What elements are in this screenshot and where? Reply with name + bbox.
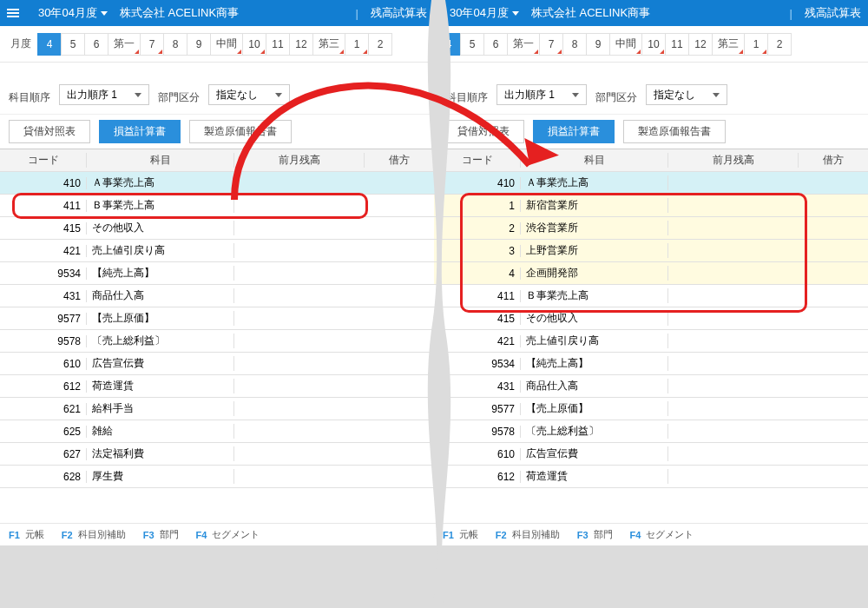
month-tab-8[interactable]: 8 <box>562 33 587 56</box>
table-row[interactable]: 2渋谷営業所 <box>434 217 868 240</box>
cell-code: 612 <box>0 380 87 393</box>
table-row[interactable]: 9534【純売上高】 <box>0 262 434 285</box>
col-code: コード <box>0 153 87 168</box>
month-tab-4[interactable]: 4 <box>37 33 62 56</box>
fkey-f3[interactable]: F3部門 <box>569 528 621 541</box>
month-tab-中間[interactable]: 中間 <box>210 33 243 56</box>
cell-code: 628 <box>0 471 87 483</box>
fkey-f2[interactable]: F2科目別補助 <box>53 528 135 541</box>
col-debit: 借方 <box>365 153 434 168</box>
cell-code: 9534 <box>434 358 521 370</box>
month-tab-1[interactable]: 1 <box>744 33 768 56</box>
month-tab-9[interactable]: 9 <box>187 33 211 56</box>
month-tab-1[interactable]: 1 <box>345 33 369 56</box>
table-row[interactable]: 612荷造運賃 <box>434 466 868 488</box>
month-tab-11[interactable]: 11 <box>665 33 689 56</box>
table-row[interactable]: 431商品仕入高 <box>0 285 434 307</box>
month-tab-第三[interactable]: 第三 <box>712 33 745 56</box>
cell-name: 荷造運賃 <box>521 469 668 484</box>
fkey-f3[interactable]: F3部門 <box>135 528 187 541</box>
tab-bs[interactable]: 貸借対照表 <box>9 120 90 143</box>
cell-name: 〔売上総利益〕 <box>521 424 668 439</box>
dept-select[interactable]: 指定なし <box>208 84 290 105</box>
table-row[interactable]: 627法定福利費 <box>0 443 434 466</box>
month-tab-7[interactable]: 7 <box>140 33 164 56</box>
fkey-f2[interactable]: F2科目別補助 <box>487 528 569 541</box>
cell-code: 411 <box>434 290 521 302</box>
table-row[interactable]: 621給料手当 <box>0 398 434 420</box>
tab-bs[interactable]: 貸借対照表 <box>443 120 524 143</box>
month-tab-第三[interactable]: 第三 <box>312 33 345 56</box>
month-tab-12[interactable]: 12 <box>688 33 713 56</box>
month-tab-11[interactable]: 11 <box>266 33 290 56</box>
table-row[interactable]: 9578〔売上総利益〕 <box>0 330 434 353</box>
topbar: 30年04月度 株式会社 ACELINK商事 | 残高試算表 <box>434 0 868 26</box>
cell-name: Ｂ事業売上高 <box>87 198 234 213</box>
period-selector[interactable]: 30年04月度 <box>443 2 526 24</box>
table-row[interactable]: 415その他収入 <box>434 307 868 330</box>
table-row[interactable]: 415その他収入 <box>0 217 434 240</box>
tab-pl[interactable]: 損益計算書 <box>99 120 181 143</box>
table-row[interactable]: 9577【売上原価】 <box>0 307 434 330</box>
dept-select[interactable]: 指定なし <box>646 84 727 105</box>
table-row[interactable]: 3上野営業所 <box>434 240 868 262</box>
month-tab-2[interactable]: 2 <box>368 33 392 56</box>
tab-mfg[interactable]: 製造原価報告書 <box>623 120 726 143</box>
month-tab-第一[interactable]: 第一 <box>108 33 141 56</box>
table-row[interactable]: 610広告宣伝費 <box>434 443 868 466</box>
month-tab-2[interactable]: 2 <box>767 33 792 56</box>
month-tab-9[interactable]: 9 <box>586 33 610 56</box>
table-row[interactable]: 9534【純売上高】 <box>434 353 868 375</box>
cell-code: 431 <box>0 290 87 302</box>
tab-pl[interactable]: 損益計算書 <box>533 120 615 143</box>
month-tab-第一[interactable]: 第一 <box>507 33 540 56</box>
table-row[interactable]: 9578〔売上総利益〕 <box>434 420 868 443</box>
cell-name: 〔売上総利益〕 <box>87 334 234 348</box>
table-row[interactable]: 628厚生費 <box>0 466 434 488</box>
month-tab-5[interactable]: 5 <box>460 33 484 56</box>
tab-mfg[interactable]: 製造原価報告書 <box>189 120 292 143</box>
table-row[interactable]: 421売上値引戻り高 <box>434 330 868 353</box>
month-tab-7[interactable]: 7 <box>539 33 563 56</box>
table-row[interactable]: 612荷造運賃 <box>0 375 434 398</box>
fkey-f4[interactable]: F4セグメント <box>187 528 269 541</box>
month-tab-6[interactable]: 6 <box>483 33 508 56</box>
month-tab-中間[interactable]: 中間 <box>609 33 642 56</box>
table-row[interactable]: 625雑給 <box>0 420 434 443</box>
table-row[interactable]: 9577【売上原価】 <box>434 398 868 420</box>
cell-name: 上野営業所 <box>521 243 668 258</box>
cell-code: 9577 <box>0 313 87 325</box>
month-tabs: 456第一789中間101112第三12 <box>434 26 868 63</box>
table-row[interactable]: 4企画開発部 <box>434 262 868 285</box>
cell-name: 【売上原価】 <box>521 401 668 416</box>
month-tab-10[interactable]: 10 <box>641 33 666 56</box>
order-select[interactable]: 出力順序 1 <box>496 84 587 105</box>
month-tab-5[interactable]: 5 <box>61 33 85 56</box>
period-selector[interactable]: 30年04月度 <box>31 2 115 24</box>
fkey-f4[interactable]: F4セグメント <box>621 528 703 541</box>
table-row[interactable]: 431商品仕入高 <box>434 375 868 398</box>
cell-code: 411 <box>0 200 87 212</box>
table-row[interactable]: 411Ｂ事業売上高 <box>0 195 434 217</box>
table-row[interactable]: 410Ａ事業売上高 <box>434 172 868 195</box>
table-row[interactable]: 410Ａ事業売上高 <box>0 172 434 195</box>
order-select[interactable]: 出力順序 1 <box>59 84 149 105</box>
cell-name: 商品仕入高 <box>521 379 668 393</box>
cell-name: 企画開発部 <box>521 266 668 281</box>
filter-bar: 科目順序 出力順序 1 部門区分 指定なし <box>0 63 434 115</box>
month-tab-12[interactable]: 12 <box>289 33 313 56</box>
cell-name: その他収入 <box>521 311 668 326</box>
fkey-f1[interactable]: F1元帳 <box>0 528 53 541</box>
month-tab-4[interactable]: 4 <box>437 33 461 56</box>
month-tab-10[interactable]: 10 <box>242 33 266 56</box>
table-row[interactable]: 610広告宣伝費 <box>0 353 434 375</box>
table-row[interactable]: 421売上値引戻り高 <box>0 240 434 262</box>
table-row[interactable]: 1新宿営業所 <box>434 195 868 217</box>
fkey-f1[interactable]: F1元帳 <box>434 528 487 541</box>
month-tab-6[interactable]: 6 <box>84 33 108 56</box>
hamburger-icon[interactable] <box>0 0 26 26</box>
month-tab-8[interactable]: 8 <box>163 33 187 56</box>
table-row[interactable]: 411Ｂ事業売上高 <box>434 285 868 307</box>
cell-name: 【純売上高】 <box>87 266 234 281</box>
report-tabs: 貸借対照表 損益計算書 製造原価報告書 <box>0 115 434 149</box>
